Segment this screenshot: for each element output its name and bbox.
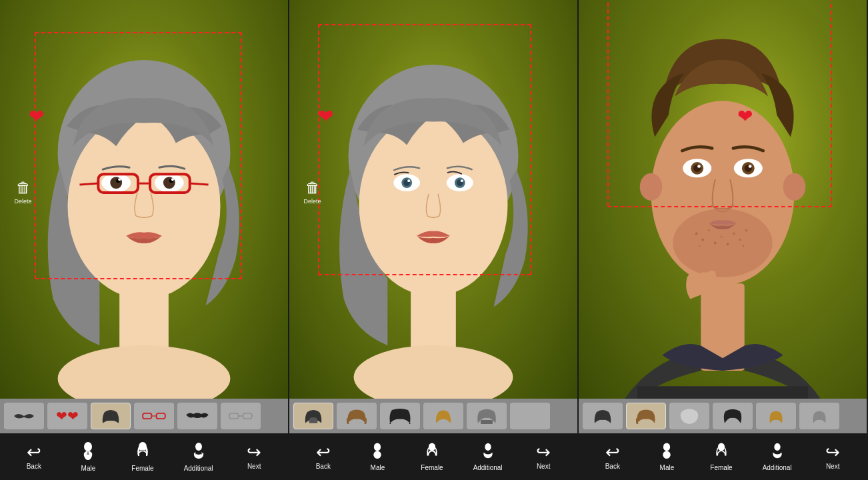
accessory-mustache-thin[interactable] [4, 403, 44, 429]
accessory-glasses-wire[interactable] [221, 403, 261, 429]
svg-point-67 [699, 245, 701, 247]
accessory-mustache-thick[interactable] [177, 403, 217, 429]
nav-female-2[interactable]: Female [419, 442, 445, 471]
svg-rect-20 [229, 413, 238, 419]
face-area-1: ❤ 🗑 Delete [0, 0, 288, 399]
female-icon [133, 441, 152, 463]
panel-1: ❤ 🗑 Delete ❤❤ [0, 0, 289, 480]
svg-point-65 [739, 239, 741, 241]
additional-icon [189, 441, 208, 463]
accessory-hair-m4[interactable] [713, 403, 753, 429]
svg-point-66 [745, 229, 748, 232]
svg-point-39 [461, 179, 463, 182]
nav-next-2[interactable]: ↪ Next [530, 443, 557, 470]
svg-point-64 [733, 233, 735, 235]
accessory-strip-1: ❤❤ [0, 399, 288, 433]
svg-point-59 [701, 239, 704, 241]
face-svg-2 [289, 0, 577, 399]
nav-additional-3[interactable]: Additional [763, 442, 792, 471]
accessory-hearts[interactable]: ❤❤ [47, 403, 87, 429]
next-icon-3: ↪ [825, 443, 840, 461]
delete-icon-2[interactable]: 🗑 Delete [304, 179, 321, 205]
svg-point-58 [695, 233, 698, 235]
accessory-hair-m2[interactable] [626, 403, 666, 429]
svg-point-68 [742, 245, 744, 247]
svg-point-63 [727, 243, 729, 245]
additional-icon-3 [769, 442, 786, 462]
male-icon-3 [658, 442, 675, 462]
svg-point-10 [118, 178, 121, 181]
accessory-hair-bob[interactable] [91, 403, 131, 429]
female-icon-2 [423, 442, 441, 462]
accessory-hair-style2[interactable] [337, 403, 377, 429]
svg-point-25 [84, 442, 92, 451]
nav-bar-2: ↩ Back Male Female [289, 433, 577, 480]
face-svg-3 [579, 0, 867, 399]
accessory-hair-m1[interactable] [583, 403, 623, 429]
nav-male-3[interactable]: Male [653, 442, 680, 471]
svg-point-48 [783, 173, 806, 201]
svg-point-56 [749, 165, 752, 168]
svg-point-62 [721, 236, 723, 238]
heart-icon-3[interactable]: ❤ [737, 107, 753, 126]
svg-point-47 [640, 173, 663, 201]
back-icon: ↩ [27, 443, 41, 461]
heart-icon-1[interactable]: ❤ [29, 107, 44, 126]
accessory-hair-m3[interactable] [669, 403, 709, 429]
back-icon-3: ↩ [605, 443, 620, 461]
svg-point-1 [58, 345, 231, 399]
back-icon-2: ↩ [316, 443, 331, 461]
svg-point-57 [673, 209, 773, 277]
nav-back-2[interactable]: ↩ Back [310, 443, 337, 470]
svg-rect-17 [143, 413, 151, 419]
svg-point-41 [374, 443, 381, 451]
male-icon-2 [369, 442, 386, 462]
svg-point-61 [714, 242, 717, 245]
accessory-hair-m5[interactable] [756, 403, 796, 429]
accessory-glasses-red[interactable] [134, 403, 174, 429]
nav-bar-1: ↩ Back Male [0, 433, 288, 480]
accessory-hair-style1[interactable] [293, 403, 333, 429]
nav-bar-3: ↩ Back Male Female [579, 433, 867, 480]
nav-back-3[interactable]: ↩ Back [599, 443, 626, 470]
svg-rect-45 [637, 386, 808, 399]
accessory-strip-3 [579, 399, 867, 433]
svg-point-31 [359, 113, 508, 297]
svg-point-60 [708, 229, 710, 231]
nav-next-1[interactable]: ↪ Next [241, 443, 267, 470]
svg-point-11 [171, 178, 174, 181]
svg-point-43 [485, 443, 491, 451]
nav-additional-1[interactable]: Additional [184, 441, 213, 472]
nav-female-3[interactable]: Female [708, 442, 735, 471]
accessory-hair-style6[interactable] [510, 403, 550, 429]
nav-back-1[interactable]: ↩ Back [21, 443, 47, 470]
face-area-2: ❤ 🗑 Delete [289, 0, 577, 399]
face-svg-1 [0, 0, 288, 399]
next-icon: ↪ [247, 443, 261, 461]
delete-icon-1[interactable]: 🗑 Delete [15, 179, 32, 205]
accessory-strip-2 [289, 399, 577, 433]
next-icon-2: ↪ [536, 443, 551, 461]
nav-next-3[interactable]: ↪ Next [819, 443, 846, 470]
svg-line-16 [190, 183, 209, 185]
svg-line-15 [79, 183, 98, 185]
svg-rect-21 [243, 413, 252, 419]
nav-male-2[interactable]: Male [364, 442, 391, 471]
male-icon [79, 441, 97, 463]
panel-3: ❤ [579, 0, 868, 480]
nav-additional-2[interactable]: Additional [473, 442, 503, 471]
female-icon-3 [713, 442, 730, 462]
accessory-hair-m6[interactable] [799, 403, 839, 429]
accessory-hair-style5[interactable] [467, 403, 507, 429]
nav-female-1[interactable]: Female [129, 441, 156, 472]
svg-point-70 [663, 443, 670, 451]
accessory-hair-style4[interactable] [423, 403, 463, 429]
svg-point-42 [429, 443, 435, 451]
heart-icon-2[interactable]: ❤ [318, 107, 333, 126]
svg-point-72 [774, 443, 780, 451]
nav-male-1[interactable]: Male [75, 441, 101, 472]
svg-point-55 [697, 165, 701, 168]
accessory-hair-style3[interactable] [380, 403, 420, 429]
svg-point-29 [354, 345, 513, 399]
svg-point-71 [718, 443, 725, 451]
